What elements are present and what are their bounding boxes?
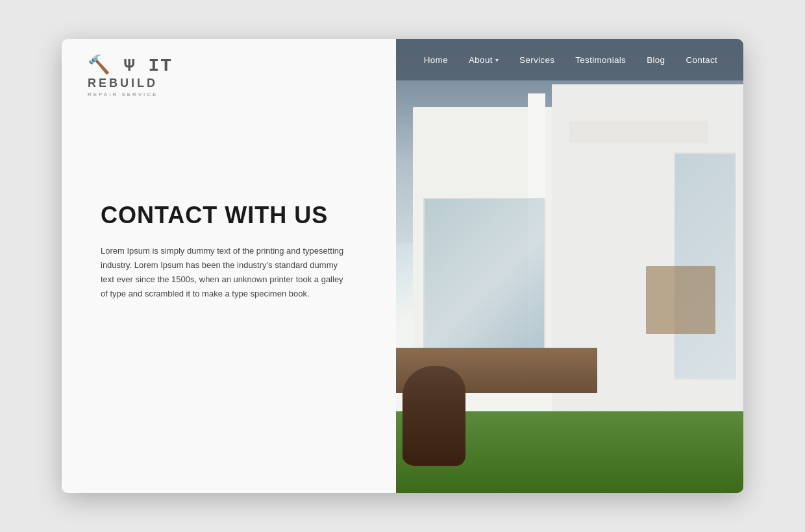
- navigation: Home About ▾ Services Testimonials Blog: [396, 39, 744, 80]
- hero-image: [396, 39, 744, 493]
- nav-item-home[interactable]: Home: [424, 55, 448, 65]
- page-title: CONTACT WITH US: [101, 202, 357, 228]
- logo-subtitle: REPAIR SERVICE: [88, 91, 158, 97]
- tree-stump: [402, 366, 465, 466]
- content-area: CONTACT WITH US Lorem Ipsum is simply du…: [62, 99, 396, 327]
- nav-items: Home About ▾ Services Testimonials Blog: [424, 55, 717, 65]
- logo-icon: 🔨 Ψ IT REBUILD REPAIR SERVICE: [88, 57, 377, 97]
- outdoor-furniture: [646, 266, 715, 334]
- nav-item-services[interactable]: Services: [519, 55, 554, 65]
- logo-brand: REBUILD: [88, 77, 158, 90]
- nav-item-contact[interactable]: Contact: [686, 55, 717, 65]
- browser-window: 🔨 Ψ IT REBUILD REPAIR SERVICE CONTACT WI…: [62, 39, 743, 493]
- right-panel: Home About ▾ Services Testimonials Blog: [396, 39, 744, 493]
- page-description: Lorem Ipsum is simply dummy text of the …: [101, 244, 347, 301]
- logo-area: 🔨 Ψ IT REBUILD REPAIR SERVICE: [62, 39, 396, 99]
- nav-item-blog[interactable]: Blog: [647, 55, 665, 65]
- nav-item-about[interactable]: About ▾: [469, 55, 499, 65]
- logo-tools-icon: 🔨 Ψ IT: [88, 57, 173, 75]
- overhang-roof: [569, 121, 708, 143]
- page-layout: 🔨 Ψ IT REBUILD REPAIR SERVICE CONTACT WI…: [62, 39, 743, 493]
- house-scene: [396, 39, 744, 493]
- left-panel: 🔨 Ψ IT REBUILD REPAIR SERVICE CONTACT WI…: [62, 39, 396, 493]
- about-dropdown-arrow: ▾: [495, 56, 499, 64]
- nav-item-testimonials[interactable]: Testimonials: [575, 55, 626, 65]
